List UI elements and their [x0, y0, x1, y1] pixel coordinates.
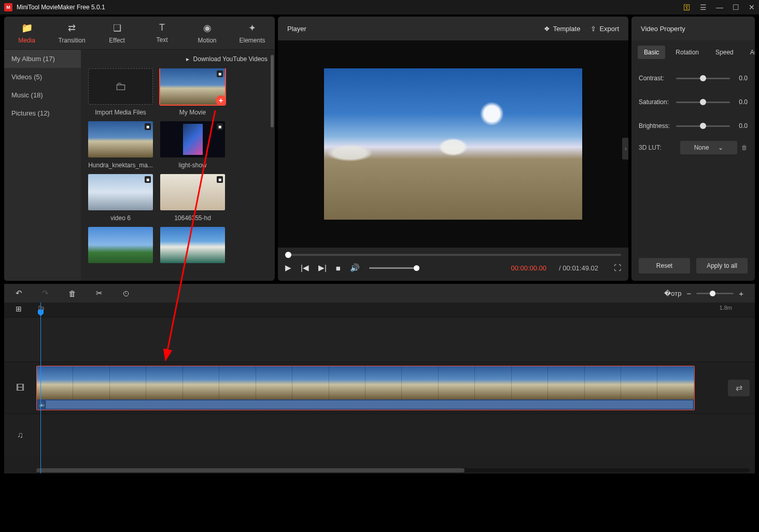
export-label: Export	[599, 25, 619, 33]
video-track[interactable]: 🎞 🔈 ⇄	[4, 362, 755, 413]
minimize-button[interactable]: —	[716, 3, 723, 11]
redo-button[interactable]: ↷	[42, 289, 49, 298]
tab-text[interactable]: TText	[139, 17, 185, 49]
tab-media[interactable]: 📁Media	[4, 17, 49, 49]
panel-expand-handle[interactable]: ›	[622, 138, 628, 160]
module-tabs: 📁Media ⇄Transition ❏Effect TText ◉Motion…	[4, 17, 275, 50]
media-side-nav: My Album (17) Videos (5) Music (18) Pict…	[4, 50, 81, 281]
undo-button[interactable]: ↶	[16, 289, 22, 298]
nav-videos[interactable]: Videos (5)	[4, 68, 81, 86]
tab-transition[interactable]: ⇄Transition	[49, 17, 94, 49]
nav-my-album[interactable]: My Album (17)	[4, 50, 81, 68]
video-badge-icon: ■	[217, 70, 223, 77]
media-label: light-show	[160, 162, 225, 169]
media-item[interactable]	[160, 227, 225, 267]
folder-icon: 🗀	[115, 80, 126, 93]
prev-frame-button[interactable]: |◀	[301, 263, 309, 272]
media-item[interactable]: ■ light-show	[160, 121, 225, 169]
prop-tab-audio[interactable]: Audio	[744, 46, 755, 59]
media-panel: 📁Media ⇄Transition ❏Effect TText ◉Motion…	[4, 17, 275, 281]
export-icon: ⇧	[591, 25, 596, 33]
zoom-slider[interactable]	[696, 293, 734, 294]
play-button[interactable]: ▶	[285, 263, 291, 272]
reset-button[interactable]: Reset	[639, 258, 690, 274]
swap-clip-button[interactable]: ⇄	[728, 380, 750, 396]
slider-thumb[interactable]	[700, 75, 706, 81]
volume-thumb[interactable]	[414, 265, 419, 271]
fit-zoom-icon[interactable]: �отр	[664, 290, 681, 297]
close-button[interactable]: ✕	[749, 3, 755, 11]
text-icon: T	[159, 22, 165, 33]
fullscreen-button[interactable]: ⛶	[614, 264, 621, 272]
timeline: ⊞ 0s 1.8m 🎞 🔈 ⇄ ♫	[4, 303, 755, 473]
brightness-slider[interactable]	[676, 125, 730, 127]
license-key-icon[interactable]: ⚿	[683, 3, 691, 11]
nav-music[interactable]: Music (18)	[4, 86, 81, 104]
video-badge-icon: ■	[217, 123, 223, 130]
menu-icon[interactable]: ☰	[700, 3, 707, 11]
add-track-button[interactable]: ⊞	[16, 305, 22, 313]
saturation-slider[interactable]	[676, 102, 730, 103]
export-button[interactable]: ⇧Export	[591, 25, 619, 33]
brightness-value: 0.0	[730, 122, 748, 130]
delete-button[interactable]: 🗑	[68, 289, 76, 298]
maximize-button[interactable]: ☐	[733, 3, 739, 11]
slider-thumb[interactable]	[700, 99, 706, 105]
timeline-ruler[interactable]: ⊞ 0s 1.8m	[4, 303, 755, 317]
clip-audio-waveform: 🔈	[37, 399, 694, 410]
contrast-value: 0.0	[730, 75, 748, 82]
zoom-out-button[interactable]: −	[686, 289, 691, 298]
media-label: 10646355-hd	[160, 214, 225, 222]
music-icon: ♫	[17, 430, 23, 440]
zoom-thumb[interactable]	[710, 291, 715, 296]
tab-motion[interactable]: ◉Motion	[185, 17, 230, 49]
playhead[interactable]	[40, 303, 41, 473]
volume-slider[interactable]	[369, 267, 417, 269]
apply-all-button[interactable]: Apply to all	[696, 258, 748, 274]
video-badge-icon: ■	[217, 176, 223, 183]
nav-pictures[interactable]: Pictures (12)	[4, 104, 81, 122]
media-item[interactable]: ■ 10646355-hd	[160, 174, 225, 222]
download-youtube-link[interactable]: ▸ Download YouTube Videos	[81, 50, 275, 68]
next-frame-button[interactable]: ▶|	[318, 263, 327, 272]
speed-button[interactable]: ⏲	[122, 289, 130, 298]
media-item[interactable]: ■ Hundra_knektars_ma...	[88, 121, 153, 169]
delete-lut-icon[interactable]: 🗑	[741, 144, 748, 151]
add-to-timeline-button[interactable]: +	[216, 95, 225, 105]
scrollbar-thumb[interactable]	[36, 468, 465, 472]
volume-icon[interactable]: 🔊	[350, 263, 360, 272]
media-item[interactable]	[88, 227, 153, 267]
media-label: Import Media Files	[88, 109, 153, 116]
prop-tab-rotation[interactable]: Rotation	[669, 46, 705, 59]
tab-label: Text	[156, 36, 167, 44]
media-grid: 🗀 Import Media Files ■+ My Movie ■ Hundr…	[81, 68, 275, 281]
media-item-import[interactable]: 🗀 Import Media Files	[88, 68, 153, 116]
scrollbar[interactable]	[271, 55, 274, 127]
video-clip[interactable]: 🔈	[36, 366, 695, 410]
stop-button[interactable]: ■	[336, 264, 341, 272]
app-icon: M	[4, 3, 12, 11]
lut-select[interactable]: None⌄	[680, 141, 737, 154]
seek-thumb[interactable]	[285, 252, 291, 258]
video-badge-icon: ■	[145, 176, 151, 183]
split-button[interactable]: ✂	[96, 289, 103, 298]
prop-tab-basic[interactable]: Basic	[638, 46, 665, 59]
contrast-slider[interactable]	[676, 78, 730, 79]
slider-thumb[interactable]	[700, 123, 706, 129]
timeline-toolbar: ↶ ↷ 🗑 ✂ ⏲ �отр − +	[4, 284, 755, 303]
seek-bar[interactable]	[285, 254, 621, 256]
brightness-label: Brightness:	[639, 122, 676, 130]
prop-tab-speed[interactable]: Speed	[709, 46, 740, 59]
media-item[interactable]: ■ video 6	[88, 174, 153, 222]
audio-track[interactable]: ♫	[4, 413, 755, 456]
zoom-in-button[interactable]: +	[739, 289, 743, 298]
elements-icon: ✦	[248, 22, 256, 34]
folder-icon: 📁	[21, 22, 33, 34]
tab-elements[interactable]: ✦Elements	[230, 17, 275, 49]
template-button[interactable]: ❖Template	[544, 25, 581, 33]
media-item[interactable]: ■+ My Movie	[160, 68, 225, 116]
tab-effect[interactable]: ❏Effect	[94, 17, 139, 49]
timeline-h-scrollbar[interactable]	[36, 468, 750, 472]
ruler-end: 1.8m	[720, 305, 732, 311]
lut-value: None	[694, 144, 709, 151]
